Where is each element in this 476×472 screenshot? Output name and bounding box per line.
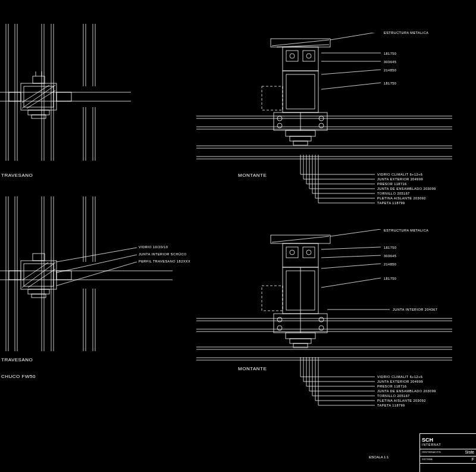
tr-upper-3: 214850 xyxy=(384,68,396,72)
tr-lower-0: VIDRIO CLIMALIT 6+12+6 xyxy=(377,173,422,176)
tr-upper-2: 303645 xyxy=(384,60,396,64)
br-lower-6: TAPETA 118799 xyxy=(377,404,405,407)
svg-point-115 xyxy=(319,317,324,322)
detail-montante-bottom xyxy=(196,229,476,408)
svg-rect-74 xyxy=(303,51,315,61)
tb-row2-label: SISTEMA xyxy=(422,458,433,461)
tb-row1-label: DENOMINACION xyxy=(422,451,441,454)
svg-point-116 xyxy=(277,326,282,330)
svg-rect-53 xyxy=(28,289,49,294)
br-lower-4: TORNILLO 205167 xyxy=(377,394,410,398)
tr-lower-2: PRESOR 118716 xyxy=(377,182,407,186)
br-lower-0: VIDRIO CLIMALIT 6+12+6 xyxy=(377,375,422,379)
detail-travesano-bottom xyxy=(0,196,173,351)
svg-rect-106 xyxy=(303,247,315,258)
svg-point-75 xyxy=(290,54,295,58)
titleblock-row-1: DENOMINACION Siste xyxy=(420,449,476,457)
tr-lower-5: PLETINA AISLANTE 203092 xyxy=(377,196,426,200)
svg-line-60 xyxy=(57,262,137,286)
scale-note: ESCALA 1:1 xyxy=(369,455,389,459)
svg-line-89 xyxy=(330,33,381,40)
svg-line-50 xyxy=(22,262,55,287)
tr-upper-1: 181750 xyxy=(384,52,396,55)
br-lower-5: PLETINA AISLANTE 203092 xyxy=(377,399,426,402)
callout-left-2: PERFIL TRAVESANO 182XXX xyxy=(139,260,190,263)
svg-rect-78 xyxy=(286,74,315,109)
br-upper-2: 303645 xyxy=(384,254,396,258)
svg-rect-73 xyxy=(286,51,298,61)
brand: SCH xyxy=(422,437,474,443)
svg-line-93 xyxy=(321,83,381,89)
tr-lower-4: TORNILLO 205167 xyxy=(377,192,410,195)
svg-point-84 xyxy=(319,123,324,128)
titleblock-row-2: SISTEMA F xyxy=(420,457,476,464)
svg-line-126 xyxy=(321,278,381,287)
svg-point-117 xyxy=(319,326,324,330)
svg-rect-19 xyxy=(57,92,71,101)
cad-drawing-canvas: TRAVESANO VIDRIO 10/20/10 JUNTA INTERIOR… xyxy=(0,0,476,472)
svg-rect-24 xyxy=(32,115,46,118)
svg-rect-77 xyxy=(283,71,318,112)
svg-line-22 xyxy=(22,85,49,102)
detail-travesano-top xyxy=(0,24,131,161)
svg-line-92 xyxy=(321,70,381,74)
svg-rect-88 xyxy=(293,141,308,145)
label-travesano-bottom: TRAVESANO xyxy=(1,357,33,362)
svg-line-125 xyxy=(321,264,381,268)
callout-left-1: JUNTA INTERIOR SCHÜCO xyxy=(139,252,187,256)
svg-point-108 xyxy=(306,250,311,255)
svg-line-122 xyxy=(330,229,381,236)
tr-lower-3: JUNTA DE ENSAMBLADO 203099 xyxy=(377,187,436,190)
tr-lower-6: TAPETA 118799 xyxy=(377,201,405,205)
detail-montante-top xyxy=(196,33,476,205)
svg-line-124 xyxy=(321,255,381,258)
svg-rect-105 xyxy=(286,247,298,258)
svg-point-83 xyxy=(277,123,282,128)
br-mid: JUNTA INTERIOR 204367 xyxy=(393,308,437,311)
tb-row2-value: F xyxy=(472,457,474,461)
svg-rect-120 xyxy=(290,339,311,343)
br-upper-1: 181750 xyxy=(384,246,396,249)
titleblock: SCH INTERNAT DENOMINACION Siste SISTEMA … xyxy=(419,433,476,472)
svg-line-103 xyxy=(272,236,329,242)
svg-point-76 xyxy=(306,54,311,58)
brand-sub: INTERNAT xyxy=(422,443,474,446)
svg-rect-86 xyxy=(286,130,315,136)
br-upper-4: 181750 xyxy=(384,277,396,280)
label-montante-top: MONTANTE xyxy=(238,173,267,178)
tr-lower-1: JUNTA EXTERIOR 204999 xyxy=(377,177,423,181)
titleblock-logo: SCH INTERNAT xyxy=(420,434,476,449)
svg-line-71 xyxy=(277,45,329,47)
svg-rect-79 xyxy=(262,86,283,110)
svg-rect-54 xyxy=(32,294,46,298)
svg-line-58 xyxy=(57,248,137,262)
tr-upper-4: 181750 xyxy=(384,82,396,85)
br-lower-1: JUNTA EXTERIOR 204999 xyxy=(377,380,423,383)
svg-rect-112 xyxy=(262,286,283,311)
label-travesano-top: TRAVESANO xyxy=(1,173,33,178)
label-montante-bottom: MONTANTE xyxy=(238,366,267,371)
svg-line-20 xyxy=(22,85,55,108)
br-upper-3: 214850 xyxy=(384,262,396,266)
callout-left-0: VIDRIO 10/20/10 xyxy=(139,245,168,249)
svg-line-59 xyxy=(57,255,137,273)
svg-point-114 xyxy=(277,317,282,322)
br-lower-2: PRESOR 118716 xyxy=(377,385,407,388)
br-lower-3: JUNTA DE ENSAMBLADO 203099 xyxy=(377,389,436,393)
svg-rect-23 xyxy=(28,110,49,115)
svg-rect-119 xyxy=(286,333,315,339)
tr-upper-0: ESTRUCTURA METALICA xyxy=(384,31,428,35)
svg-rect-55 xyxy=(33,254,45,261)
svg-point-107 xyxy=(290,250,295,255)
svg-rect-25 xyxy=(33,76,45,83)
br-upper-0: ESTRUCTURA METALICA xyxy=(384,229,428,232)
label-system: CHUCO FW50 xyxy=(1,374,36,379)
svg-line-123 xyxy=(321,247,381,249)
svg-rect-87 xyxy=(290,136,311,141)
tb-row1-value: Siste xyxy=(465,450,474,454)
